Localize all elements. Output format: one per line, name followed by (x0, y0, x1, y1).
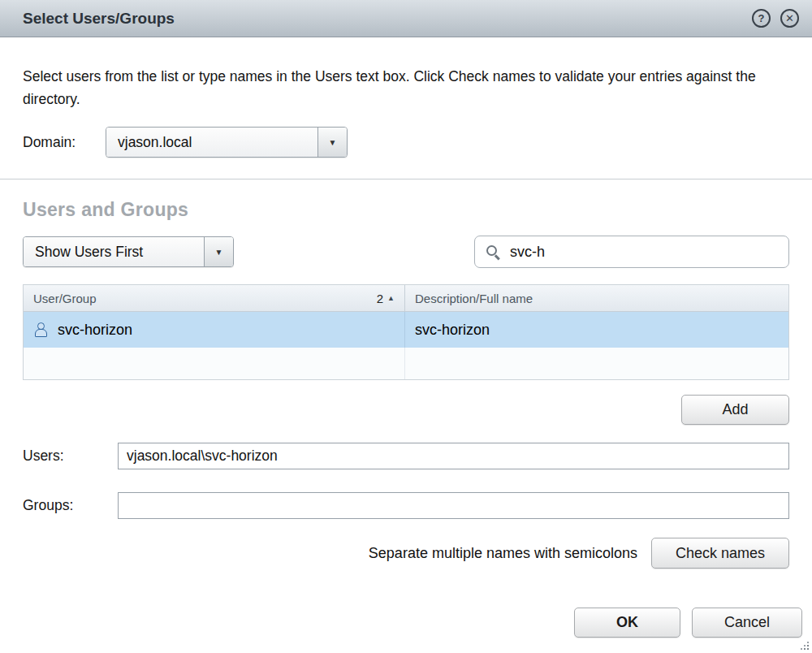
users-input[interactable] (118, 443, 789, 469)
domain-dropdown[interactable]: vjason.local ▼ (106, 127, 348, 158)
sort-indicator: 2 ▲ (377, 292, 395, 305)
column-label: User/Group (33, 292, 97, 305)
table-row-empty (24, 348, 788, 379)
groups-label: Groups: (23, 497, 118, 514)
user-description: svc-horizon (415, 322, 490, 339)
domain-dropdown-value: vjason.local (106, 128, 317, 157)
semicolon-hint-text: Separate multiple names with semicolons (369, 545, 637, 562)
users-field-row: Users: (23, 443, 789, 469)
domain-label: Domain: (23, 134, 106, 151)
help-icon[interactable]: ? (752, 9, 771, 28)
groups-field-row: Groups: (23, 492, 789, 519)
resize-grip[interactable] (801, 642, 810, 651)
users-groups-table: User/Group 2 ▲ Description/Full name svc… (23, 284, 789, 380)
select-users-groups-dialog: Select Users/Groups ? ✕ Select users fro… (0, 0, 812, 653)
close-icon[interactable]: ✕ (780, 9, 799, 28)
users-groups-section-title: Users and Groups (23, 199, 789, 221)
instructions-text: Select users from the list or type names… (23, 65, 786, 110)
users-label: Users: (23, 448, 118, 465)
filter-row: Show Users First ▼ (23, 236, 789, 268)
hint-row: Separate multiple names with semicolons … (23, 538, 789, 569)
description-cell: svc-horizon (405, 312, 788, 348)
cancel-button[interactable]: Cancel (692, 608, 802, 638)
dialog-footer: OK Cancel (0, 608, 812, 638)
column-header-user-group[interactable]: User/Group 2 ▲ (24, 285, 405, 311)
check-names-button[interactable]: Check names (651, 538, 789, 569)
ok-button[interactable]: OK (574, 608, 680, 638)
search-box (474, 236, 789, 268)
view-filter-value: Show Users First (24, 237, 204, 266)
search-icon (486, 245, 500, 259)
user-icon (35, 322, 47, 337)
sort-count: 2 (377, 292, 383, 305)
user-group-cell: svc-horizon (24, 312, 405, 348)
domain-row: Domain: vjason.local ▼ (23, 127, 789, 158)
dialog-titlebar: Select Users/Groups ? ✕ (0, 0, 812, 37)
groups-input[interactable] (118, 492, 789, 519)
table-header: User/Group 2 ▲ Description/Full name (24, 285, 788, 312)
add-button[interactable]: Add (681, 395, 789, 425)
section-divider (0, 179, 812, 179)
sort-asc-icon: ▲ (387, 294, 395, 302)
dialog-title: Select Users/Groups (23, 10, 175, 28)
column-label: Description/Full name (415, 292, 533, 305)
column-header-description[interactable]: Description/Full name (405, 285, 788, 311)
titlebar-icons: ? ✕ (752, 9, 799, 28)
search-input[interactable] (510, 244, 777, 261)
chevron-down-icon[interactable]: ▼ (317, 128, 347, 157)
chevron-down-icon[interactable]: ▼ (204, 237, 233, 266)
view-filter-dropdown[interactable]: Show Users First ▼ (23, 236, 234, 267)
add-row: Add (23, 395, 789, 425)
table-row-svc-horizon[interactable]: svc-horizon svc-horizon (24, 312, 788, 348)
dialog-content: Select users from the list or type names… (0, 65, 812, 569)
user-name: svc-horizon (58, 322, 132, 339)
